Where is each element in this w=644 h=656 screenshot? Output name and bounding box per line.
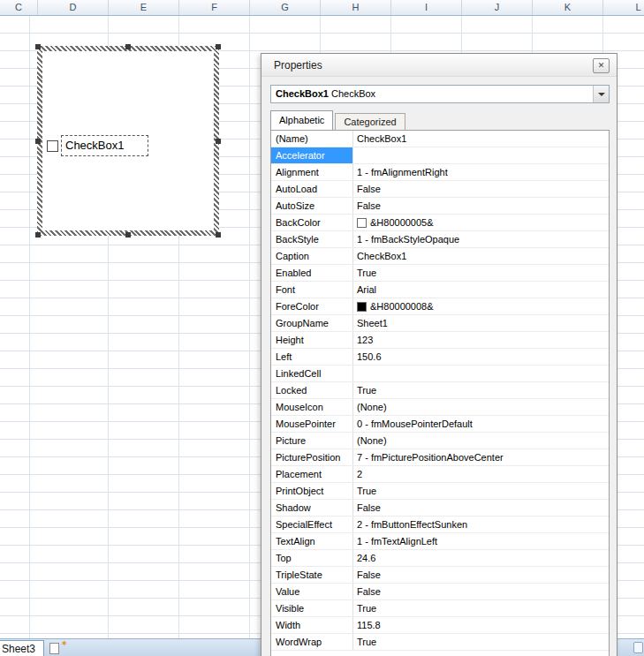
property-name[interactable]: GroupName: [271, 315, 353, 331]
property-name[interactable]: BackStyle: [271, 231, 353, 247]
resize-handle-top-right[interactable]: [216, 44, 221, 49]
property-value[interactable]: 0 - fmMousePointerDefault: [353, 416, 609, 432]
property-row-alignment: Alignment1 - fmAlignmentRight: [271, 164, 609, 181]
property-name[interactable]: TextAlign: [271, 533, 353, 549]
property-name[interactable]: Picture: [271, 433, 353, 449]
resize-handle-middle-left[interactable]: [35, 139, 41, 144]
property-value[interactable]: True: [353, 265, 609, 281]
resize-handle-top-middle[interactable]: [125, 44, 131, 49]
property-value[interactable]: True: [353, 382, 609, 398]
property-value[interactable]: False: [353, 500, 609, 516]
property-value[interactable]: 1 - fmTextAlignLeft: [353, 533, 609, 549]
property-name[interactable]: Alignment: [271, 164, 353, 180]
property-value[interactable]: 1 - fmAlignmentRight: [353, 164, 609, 180]
property-value[interactable]: &H80000005&: [353, 215, 609, 230]
property-name[interactable]: AutoSize: [271, 198, 353, 214]
checkbox-control[interactable]: CheckBox1: [42, 51, 214, 230]
column-header-l[interactable]: L: [603, 0, 644, 16]
property-value[interactable]: &H80000008&: [353, 298, 609, 314]
property-name[interactable]: WordWrap: [271, 634, 353, 650]
property-value[interactable]: (None): [353, 433, 609, 449]
resize-handle-middle-right[interactable]: [216, 139, 221, 144]
property-name[interactable]: MousePointer: [271, 416, 353, 432]
property-value[interactable]: 150.6: [353, 349, 609, 365]
column-header-e[interactable]: E: [109, 0, 179, 16]
property-value[interactable]: Arial: [353, 282, 609, 298]
resize-handle-bottom-left[interactable]: [35, 232, 41, 238]
property-row-specialeffect: SpecialEffect2 - fmButtonEffectSunken: [271, 517, 609, 533]
property-name[interactable]: ForeColor: [271, 298, 353, 314]
property-name[interactable]: Accelerator: [271, 147, 353, 163]
column-header-j[interactable]: J: [462, 0, 533, 16]
resize-handle-top-left[interactable]: [35, 44, 41, 49]
property-name[interactable]: Left: [271, 349, 353, 365]
property-name[interactable]: Shadow: [271, 500, 353, 516]
property-value[interactable]: False: [353, 198, 609, 214]
property-value[interactable]: 7 - fmPicturePositionAboveCenter: [353, 449, 609, 465]
property-name[interactable]: SpecialEffect: [271, 517, 353, 532]
property-row-left: Left150.6: [271, 349, 609, 366]
property-row-locked: LockedTrue: [271, 382, 609, 399]
property-value[interactable]: CheckBox1: [353, 248, 609, 264]
property-name[interactable]: Visible: [271, 600, 353, 616]
property-value[interactable]: [353, 366, 609, 381]
property-name[interactable]: Locked: [271, 382, 353, 398]
property-value[interactable]: True: [353, 600, 609, 616]
property-name[interactable]: MouseIcon: [271, 399, 353, 415]
resize-handle-bottom-right[interactable]: [216, 232, 221, 238]
scrollbar-fragment[interactable]: [633, 642, 643, 653]
property-name[interactable]: PrintObject: [271, 483, 353, 499]
properties-window-titlebar[interactable]: Properties ✕: [261, 54, 617, 77]
checkbox-control-selection-frame[interactable]: CheckBox1: [37, 46, 219, 236]
dropdown-arrow-icon[interactable]: [593, 86, 609, 102]
object-type: CheckBox: [331, 88, 375, 99]
column-header-d[interactable]: D: [38, 0, 109, 16]
property-name[interactable]: Caption: [271, 248, 353, 264]
column-header-h[interactable]: H: [321, 0, 391, 16]
property-value[interactable]: 2: [353, 466, 609, 482]
column-header-i[interactable]: I: [391, 0, 462, 16]
property-name[interactable]: TripleState: [271, 567, 353, 583]
property-name[interactable]: Value: [271, 584, 353, 599]
property-value[interactable]: True: [353, 483, 609, 499]
property-value[interactable]: 1 - fmBackStyleOpaque: [353, 231, 609, 247]
property-value[interactable]: (None): [353, 399, 609, 415]
property-value[interactable]: False: [353, 584, 609, 599]
property-value[interactable]: CheckBox1: [353, 131, 609, 147]
column-header-g[interactable]: G: [250, 0, 321, 16]
property-value[interactable]: 24.6: [353, 550, 609, 566]
object-selector-combobox[interactable]: CheckBox1 CheckBox: [270, 85, 610, 103]
property-name[interactable]: (Name): [271, 131, 353, 147]
property-name[interactable]: LinkedCell: [271, 366, 353, 381]
column-header-k[interactable]: K: [533, 0, 603, 16]
close-button[interactable]: ✕: [593, 58, 610, 73]
resize-handle-bottom-middle[interactable]: [125, 232, 131, 238]
property-value[interactable]: False: [353, 181, 609, 197]
property-value[interactable]: 2 - fmButtonEffectSunken: [353, 517, 609, 532]
insert-sheet-star-icon: ✶: [61, 638, 68, 648]
property-name[interactable]: Placement: [271, 466, 353, 482]
property-row-autoload: AutoLoadFalse: [271, 181, 609, 198]
property-name[interactable]: Font: [271, 282, 353, 298]
property-value[interactable]: Sheet1: [353, 315, 609, 331]
insert-worksheet-button[interactable]: ✶: [48, 641, 69, 656]
tab-alphabetic[interactable]: Alphabetic: [270, 110, 333, 130]
property-name[interactable]: BackColor: [271, 215, 353, 230]
column-header-c[interactable]: C: [0, 0, 38, 16]
property-name[interactable]: Height: [271, 332, 353, 348]
property-value[interactable]: 123: [353, 332, 609, 348]
property-name[interactable]: AutoLoad: [271, 181, 353, 197]
property-value[interactable]: 115.8: [353, 617, 609, 633]
column-header-f[interactable]: F: [179, 0, 250, 16]
property-value[interactable]: [353, 147, 609, 163]
property-name[interactable]: Width: [271, 617, 353, 633]
property-name[interactable]: PicturePosition: [271, 449, 353, 465]
property-value[interactable]: False: [353, 567, 609, 583]
sheet-tab-sheet3[interactable]: Sheet3: [0, 640, 44, 656]
tab-categorized[interactable]: Categorized: [335, 113, 405, 130]
property-name[interactable]: Enabled: [271, 265, 353, 281]
checkbox-label: CheckBox1: [61, 135, 148, 156]
property-name[interactable]: Top: [271, 550, 353, 566]
close-icon: ✕: [598, 61, 605, 70]
property-value[interactable]: True: [353, 634, 609, 650]
